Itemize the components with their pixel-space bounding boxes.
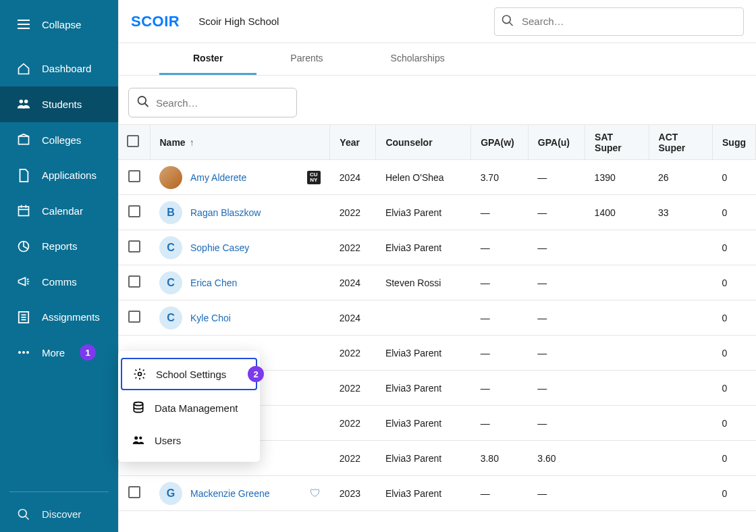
table-wrap[interactable]: Name↑ Year Counselor GPA(w) GPA(u) SAT S… [119,124,756,532]
calendar-icon [16,203,31,218]
filterbar [119,76,756,124]
student-name[interactable]: Mackenzie Greene [190,488,270,499]
col-act[interactable]: ACT Super [659,132,686,153]
cuny-badge: CUNY [307,171,321,184]
topbar: SCOIR Scoir High School [119,0,756,43]
popover-item-data-management[interactable]: Data Management [118,392,260,424]
cell-gpaw: — [481,242,490,253]
student-name[interactable]: Amy Alderete [190,172,246,183]
sidebar-item-colleges[interactable]: Colleges [0,122,118,158]
svg-rect-9 [19,207,29,215]
building-icon [16,132,31,147]
cell-gpaw: — [481,277,490,288]
sidebar-item-label: Discover [42,508,81,520]
row-checkbox[interactable] [128,311,140,323]
cell-year: 2022 [340,242,360,253]
svg-point-20 [26,351,29,354]
cell-gpau: — [537,172,547,183]
logo: SCOIR [131,13,180,30]
student-name[interactable]: Kyle Choi [190,313,231,323]
popover-item-label: Data Management [155,402,238,414]
step-badge-1: 1 [80,344,96,361]
document-icon [16,168,31,183]
col-year[interactable]: Year [340,137,360,148]
row-checkbox[interactable] [128,486,140,498]
cell-counselor: Elvia3 Parent [385,383,441,394]
tab-roster[interactable]: Roster [159,43,256,75]
sidebar-item-label: Assignments [42,311,100,323]
cell-gpaw: — [481,383,490,394]
row-checkbox[interactable] [128,205,140,217]
avatar [159,166,182,189]
popover-item-users[interactable]: Users [118,424,260,456]
cell-sat: 1400 [595,207,616,218]
sidebar-item-students[interactable]: Students [0,86,118,122]
cell-sugg: 0 [722,277,728,288]
sidebar-item-label: Colleges [42,134,81,146]
svg-point-25 [134,436,138,440]
row-checkbox[interactable] [128,240,140,252]
row-checkbox[interactable] [128,170,140,182]
tab-label: Scholarships [391,53,445,63]
search-icon [136,95,150,111]
sidebar-collapse[interactable]: Collapse [0,7,118,43]
avatar: C [159,271,182,294]
cell-gpau: — [537,418,547,429]
svg-point-3 [20,100,23,104]
student-name[interactable]: Erica Chen [190,277,237,288]
sidebar-item-reports[interactable]: Reports [0,228,118,264]
student-name[interactable]: Sophie Casey [190,242,249,253]
col-name[interactable]: Name [160,137,186,148]
popover-item-school-settings[interactable]: School Settings 2 [121,358,257,390]
tab-scholarships[interactable]: Scholarships [357,43,479,75]
col-gpau[interactable]: GPA(u) [538,137,570,148]
cell-sugg: 0 [722,453,728,464]
cell-gpau: — [537,277,547,288]
sidebar-item-label: Applications [42,169,97,181]
people-icon [16,97,31,111]
sidebar-item-assignments[interactable]: Assignments [0,299,118,335]
row-checkbox[interactable] [128,275,140,288]
sidebar-item-label: Comms [42,276,77,288]
svg-point-21 [19,509,27,517]
cell-gpaw: — [481,488,490,499]
sidebar-item-comms[interactable]: Comms [0,264,118,300]
roster-search-input[interactable] [128,88,297,117]
col-gpaw[interactable]: GPA(w) [481,137,514,148]
sidebar-item-calendar[interactable]: Calendar [0,193,118,229]
col-sugg[interactable]: Sugg [722,137,746,148]
sidebar-item-applications[interactable]: Applications [0,157,118,193]
table-row[interactable]: BRagan Blaszkow2022Elvia3 Parent——140033… [119,195,756,230]
cell-counselor: Steven Rossi [385,277,441,288]
gear-icon [133,367,146,381]
sidebar-item-discover[interactable]: Discover [0,496,118,532]
student-name[interactable]: Ragan Blaszkow [190,207,261,218]
svg-point-27 [503,16,511,24]
table-row[interactable]: Amy AldereteCUNY2024Helen O'Shea3.70—139… [119,160,756,195]
cell-year: 2022 [340,348,360,358]
col-counselor[interactable]: Counselor [385,137,432,148]
svg-line-30 [145,103,148,107]
col-sat[interactable]: SAT Super [595,132,622,153]
global-search-input[interactable] [494,7,744,36]
sidebar-item-more[interactable]: More 1 [0,335,118,371]
roster-search[interactable] [128,88,297,117]
table-row[interactable]: GMackenzie Greene🛡2023Elvia3 Parent——0 [119,476,756,511]
cell-counselor: Elvia3 Parent [385,418,441,429]
cell-gpaw: — [481,207,490,218]
sidebar-item-dashboard[interactable]: Dashboard [0,51,118,87]
sidebar-item-label: Reports [42,240,78,252]
tab-parents[interactable]: Parents [256,43,356,75]
table-row[interactable]: CSophie Casey2022Elvia3 Parent——0 [119,230,756,265]
cell-counselor: Helen O'Shea [385,172,444,183]
select-all-checkbox[interactable] [127,135,139,147]
dots-icon [16,345,31,360]
svg-line-28 [510,22,513,26]
table-row[interactable]: CKyle Choi2024——0 [119,300,756,336]
cell-gpau: — [537,348,547,358]
school-name: Scoir High School [198,16,279,27]
popover-item-label: School Settings [156,369,226,380]
svg-rect-5 [19,136,29,144]
table-row[interactable]: CErica Chen2024Steven Rossi——0 [119,265,756,300]
global-search[interactable] [494,7,744,36]
